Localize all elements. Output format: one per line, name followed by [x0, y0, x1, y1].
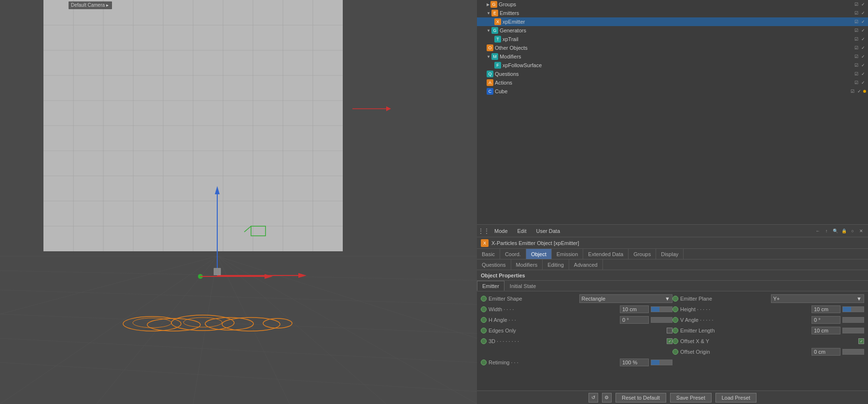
vangle-slider[interactable]: [842, 317, 864, 323]
ctrl-check1: ☑: [854, 36, 859, 42]
reset-to-default-button[interactable]: Reset to Default: [616, 393, 666, 403]
hangle-value[interactable]: 0 °: [620, 316, 649, 324]
tab-display[interactable]: Display: [656, 249, 684, 259]
hierarchy-item-otherObjects[interactable]: O Other Objects ☑ ✓: [477, 43, 868, 52]
height-value[interactable]: 10 cm: [812, 305, 840, 313]
ctrl-check1: ☑: [850, 88, 855, 94]
tab-modifiers[interactable]: Modifiers: [511, 260, 543, 270]
edges-checkbox[interactable]: [667, 328, 672, 333]
xpTrail-controls: ☑ ✓: [854, 36, 866, 42]
load-preset-button[interactable]: Load Preset: [715, 393, 756, 403]
sub-tab-initial-state[interactable]: Initial State: [504, 281, 541, 291]
menu-edit[interactable]: Edit: [516, 227, 529, 235]
emitterlength-slider[interactable]: [842, 328, 864, 333]
plane-value: Y+: [773, 296, 780, 302]
shape-enable-icon[interactable]: [481, 296, 487, 302]
offsetorigin-value[interactable]: 0 cm: [812, 348, 840, 356]
emitterlength-value[interactable]: 10 cm: [812, 327, 840, 334]
edges-label: Edges Only: [489, 328, 665, 333]
reset-icon-btn[interactable]: ↺: [588, 393, 598, 403]
nav-back-icon[interactable]: ←: [815, 228, 821, 234]
offsetxy-checkbox[interactable]: ✓: [858, 338, 864, 344]
3d-enable-icon[interactable]: [481, 338, 487, 344]
tab-groups[interactable]: Groups: [629, 249, 656, 259]
offsetorigin-enable-icon[interactable]: [672, 349, 678, 355]
3d-checkbox[interactable]: ✓: [667, 338, 672, 344]
expand-arrow: ▶: [487, 2, 490, 7]
hangle-slider[interactable]: [651, 317, 672, 323]
ctrl-check2: ✓: [860, 36, 866, 42]
vangle-value[interactable]: 0 °: [812, 316, 840, 324]
viewport-panel: Default Camera ▸: [0, 0, 477, 404]
height-slider[interactable]: [842, 306, 864, 312]
lock-icon[interactable]: 🔒: [841, 228, 847, 234]
hierarchy-item-modifiers[interactable]: ▼ M Modifiers ☑ ✓: [477, 52, 868, 61]
sub-tab-emitter[interactable]: Emitter: [477, 281, 504, 291]
settings-icon-btn[interactable]: ⚙: [602, 393, 612, 403]
prop-right-emitterlength: Emitter Length 10 cm: [672, 327, 864, 334]
save-preset-button[interactable]: Save Preset: [670, 393, 712, 403]
menu-mode[interactable]: Mode: [492, 227, 510, 235]
vangle-enable-icon[interactable]: [672, 317, 678, 323]
ctrl-check1: ☑: [854, 19, 859, 25]
ctrl-check1: ☑: [854, 54, 859, 59]
groups-icon: G: [490, 1, 497, 8]
tab-extended-data[interactable]: Extended Data: [583, 249, 629, 259]
ctrl-check1: ☑: [854, 45, 859, 51]
3d-viewport[interactable]: Default Camera ▸: [0, 0, 477, 404]
shape-dropdown[interactable]: Rectangle ▼: [579, 294, 673, 303]
tab-questions[interactable]: Questions: [477, 260, 511, 270]
prop-left-width: Width · · · · 10 cm: [481, 305, 672, 313]
hierarchy-item-xpFollowSurface[interactable]: F xpFollowSurface ☑ ✓: [477, 61, 868, 70]
modifiers-label: Modifiers: [500, 54, 854, 59]
sub-tabs-row: Emitter Initial State: [477, 281, 868, 291]
height-enable-icon[interactable]: [672, 306, 678, 312]
plane-label: Emitter Plane: [680, 296, 769, 302]
retiming-slider[interactable]: [651, 360, 672, 365]
otherObjects-label: Other Objects: [495, 45, 854, 51]
tab-editing[interactable]: Editing: [543, 260, 569, 270]
circle-icon[interactable]: ○: [850, 228, 855, 234]
modifiers-controls: ☑ ✓: [854, 54, 866, 59]
ctrl-check2: ✓: [860, 1, 866, 7]
hierarchy-item-actions[interactable]: A Actions ☑ ✓: [477, 78, 868, 87]
width-enable-icon[interactable]: [481, 306, 487, 312]
3d-label: 3D · · · · · · · ·: [489, 338, 665, 344]
hierarchy-item-groups[interactable]: ▶ G Groups ☑ ✓: [477, 0, 868, 9]
close-icon[interactable]: ✕: [858, 228, 864, 234]
tab-advanced[interactable]: Advanced: [569, 260, 603, 270]
plane-dropdown[interactable]: Y+ ▼: [771, 294, 865, 303]
retiming-value[interactable]: 100 %: [620, 359, 649, 366]
width-value[interactable]: 10 cm: [620, 305, 649, 313]
edges-enable-icon[interactable]: [481, 328, 487, 333]
tab-object[interactable]: Object: [526, 249, 552, 259]
hierarchy-item-emitters[interactable]: ▼ E Emitters ☑ ✓: [477, 9, 868, 17]
plane-enable-icon[interactable]: [672, 296, 678, 302]
tab-basic[interactable]: Basic: [477, 249, 500, 259]
offsetorigin-slider[interactable]: [842, 349, 864, 355]
emitterlength-label: Emitter Length: [680, 328, 810, 333]
prop-left-retiming: Retiming · · · 100 %: [481, 359, 672, 366]
xpFollowSurface-label: xpFollowSurface: [503, 62, 854, 68]
ctrl-check1: ☑: [854, 10, 859, 16]
obj-props-title: Object Properties: [481, 273, 525, 278]
hierarchy-item-xpEmitter[interactable]: X xpEmitter ☑ ✓: [477, 17, 868, 26]
ctrl-check2: ✓: [860, 71, 866, 77]
menu-grid-icon[interactable]: ⋮⋮: [481, 228, 487, 234]
retiming-label: Retiming · · ·: [489, 360, 618, 365]
search-icon[interactable]: 🔍: [832, 228, 838, 234]
hierarchy-item-questions[interactable]: Q Questions ☑ ✓: [477, 70, 868, 78]
tab-coord[interactable]: Coord.: [500, 249, 526, 259]
tab-emission[interactable]: Emission: [552, 249, 584, 259]
retiming-enable-icon[interactable]: [481, 360, 487, 365]
hierarchy-item-generators[interactable]: ▼ G Generators ☑ ✓: [477, 26, 868, 35]
nav-up-icon[interactable]: ↑: [824, 228, 829, 234]
expand-arrow: ▼: [487, 29, 490, 33]
offsetxy-enable-icon[interactable]: [672, 338, 678, 344]
width-slider[interactable]: [651, 306, 672, 312]
hierarchy-item-cube[interactable]: C Cube ☑ ✓: [477, 87, 868, 96]
hangle-enable-icon[interactable]: [481, 317, 487, 323]
menu-userdata[interactable]: User Data: [534, 227, 562, 235]
hierarchy-item-xpTrail[interactable]: T xpTrail ☑ ✓: [477, 35, 868, 43]
emitterlength-enable-icon[interactable]: [672, 328, 678, 333]
